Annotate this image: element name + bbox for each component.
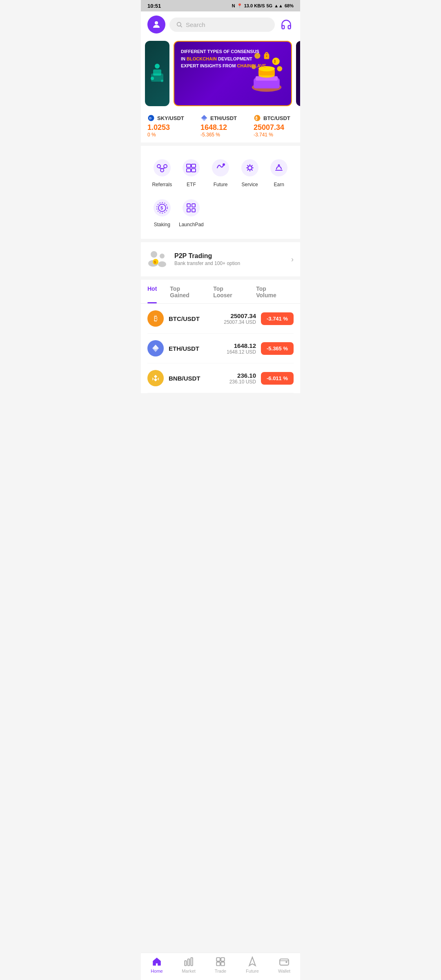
eth-symbol: ETH/USDT	[169, 345, 222, 352]
icons-grid: Referrals ETF	[147, 152, 294, 232]
sky-pair: SKY/USDT	[157, 115, 184, 121]
banner-container: DIFFERENT TYPES OF CONSENSUS IN BLOCKCHA…	[141, 38, 300, 109]
network-speed: 13.0 KB/S	[244, 3, 265, 8]
bnb-coin-icon	[147, 370, 164, 386]
etf-button[interactable]: ETF	[177, 152, 206, 192]
header: Search	[141, 11, 300, 38]
btc-info: BTC/USDT	[169, 315, 219, 322]
sky-icon: D	[147, 114, 155, 122]
svg-point-39	[223, 163, 225, 166]
market-item-eth[interactable]: ETH/USDT 1648.12 1648.12 USD -5.365 %	[147, 334, 294, 363]
tab-top-gained[interactable]: Top Gained	[163, 280, 207, 303]
svg-point-40	[241, 159, 258, 176]
banner-left	[145, 41, 169, 106]
svg-point-38	[212, 159, 229, 176]
p2p-text: P2P Trading Bank transfer and 100+ optio…	[174, 252, 285, 266]
btc-change-badge: -3.741 %	[261, 312, 294, 325]
eth-change-badge: -5.365 %	[261, 342, 294, 355]
btc-market-price: 25007.34	[224, 312, 256, 319]
eth-prices: 1648.12 1648.12 USD	[227, 342, 256, 355]
p2p-chevron: ›	[291, 255, 294, 264]
eth-usd: 1648.12 USD	[227, 349, 256, 355]
btc-pair: BTC/USDT	[263, 115, 290, 121]
referrals-button[interactable]: Referrals	[147, 152, 177, 192]
ticker-item-sky[interactable]: D SKY/USDT 1.0253 0 %	[147, 114, 200, 138]
eth-icon	[151, 344, 160, 353]
status-icons: N 📍 13.0 KB/S 5G ▲▲ 68%	[232, 3, 294, 9]
avatar[interactable]	[147, 16, 165, 33]
tab-hot[interactable]: Hot	[147, 280, 163, 303]
staking-icon: $	[153, 199, 171, 217]
staking-label: Staking	[154, 222, 170, 227]
btc-prices: 25007.34 25007.34 USD	[224, 312, 256, 325]
svg-point-52	[151, 251, 157, 258]
left-banner-graphic	[149, 61, 165, 86]
svg-marker-60	[154, 375, 157, 378]
banner-text: DIFFERENT TYPES OF CONSENSUS IN BLOCKCHA…	[181, 48, 285, 70]
tab-top-looser[interactable]: Top Looser	[207, 280, 249, 303]
svg-point-6	[151, 77, 154, 80]
quick-actions: Referrals ETF	[141, 146, 300, 239]
status-bar: 10:51 N 📍 13.0 KB/S 5G ▲▲ 68%	[141, 0, 300, 11]
market-tabs: Hot Top Gained Top Looser Top Volume	[141, 280, 300, 304]
nfc-icon: N	[232, 3, 235, 8]
eth-info: ETH/USDT	[169, 345, 222, 352]
bnb-symbol: BNB/USDT	[169, 375, 225, 382]
earn-button[interactable]: Earn	[264, 152, 294, 192]
btc-coin-icon: ₿	[147, 310, 164, 327]
svg-rect-4	[153, 69, 161, 76]
btc-symbol: BTC/USDT	[169, 315, 219, 322]
headphone-icon	[281, 19, 292, 30]
p2p-icon: $	[147, 249, 169, 270]
sky-price: 1.0253	[147, 123, 196, 132]
staking-button[interactable]: $ Staking	[147, 192, 177, 232]
referrals-label: Referrals	[152, 182, 172, 187]
launchpad-button[interactable]: LaunchPad	[177, 192, 206, 232]
earn-icon	[270, 159, 288, 177]
eth-coin-icon	[147, 340, 164, 356]
market-item-btc[interactable]: ₿ BTC/USDT 25007.34 25007.34 USD -3.741 …	[147, 304, 294, 334]
market-section: Hot Top Gained Top Looser Top Volume ₿ B…	[141, 280, 300, 393]
bnb-market-price: 236.10	[229, 372, 256, 379]
search-icon	[176, 21, 183, 28]
eth-change: -5.365 %	[200, 132, 249, 138]
bnb-usd: 236.10 USD	[229, 379, 256, 385]
btc-change: -3.741 %	[254, 132, 300, 138]
svg-text:D: D	[149, 116, 152, 120]
btc-ticker-icon: ₿	[254, 114, 261, 122]
svg-point-33	[183, 159, 200, 176]
future-button[interactable]: Future	[206, 152, 235, 192]
status-time: 10:51	[147, 3, 161, 9]
svg-point-47	[183, 199, 200, 216]
etf-icon	[182, 159, 200, 177]
svg-marker-61	[154, 378, 157, 381]
five-g-icon: 5G	[267, 3, 273, 8]
svg-point-0	[155, 21, 158, 24]
banner-right: HOTRAINDBLIN	[296, 41, 300, 106]
banner-main[interactable]: DIFFERENT TYPES OF CONSENSUS IN BLOCKCHA…	[174, 41, 292, 106]
ticker-item-btc[interactable]: ₿ BTC/USDT 25007.34 -3.741 %	[254, 114, 300, 138]
svg-point-27	[154, 159, 171, 176]
btc-price: 25007.34	[254, 123, 300, 132]
svg-point-5	[155, 64, 160, 69]
referrals-icon	[153, 159, 171, 177]
signal-icon: ▲▲	[274, 3, 283, 8]
launchpad-label: LaunchPad	[179, 222, 204, 227]
headphone-button[interactable]	[279, 17, 294, 32]
tab-top-volume[interactable]: Top Volume	[249, 280, 294, 303]
service-button[interactable]: Service	[235, 152, 265, 192]
bnb-icon	[151, 374, 160, 383]
bnb-change-badge: -6.011 %	[261, 372, 294, 385]
btc-usd: 25007.34 USD	[224, 319, 256, 325]
bnb-info: BNB/USDT	[169, 375, 225, 382]
eth-price: 1648.12	[200, 123, 249, 132]
p2p-image: $	[147, 249, 169, 270]
earn-label: Earn	[274, 182, 284, 187]
p2p-section[interactable]: $ P2P Trading Bank transfer and 100+ opt…	[141, 242, 300, 276]
ticker-item-eth[interactable]: ETH/USDT 1648.12 -5.365 %	[200, 114, 254, 138]
svg-text:$: $	[154, 260, 156, 264]
svg-point-55	[158, 261, 166, 267]
search-bar[interactable]: Search	[169, 18, 275, 32]
market-item-bnb[interactable]: BNB/USDT 236.10 236.10 USD -6.011 %	[147, 363, 294, 393]
banner-scroll[interactable]: DIFFERENT TYPES OF CONSENSUS IN BLOCKCHA…	[141, 41, 300, 106]
